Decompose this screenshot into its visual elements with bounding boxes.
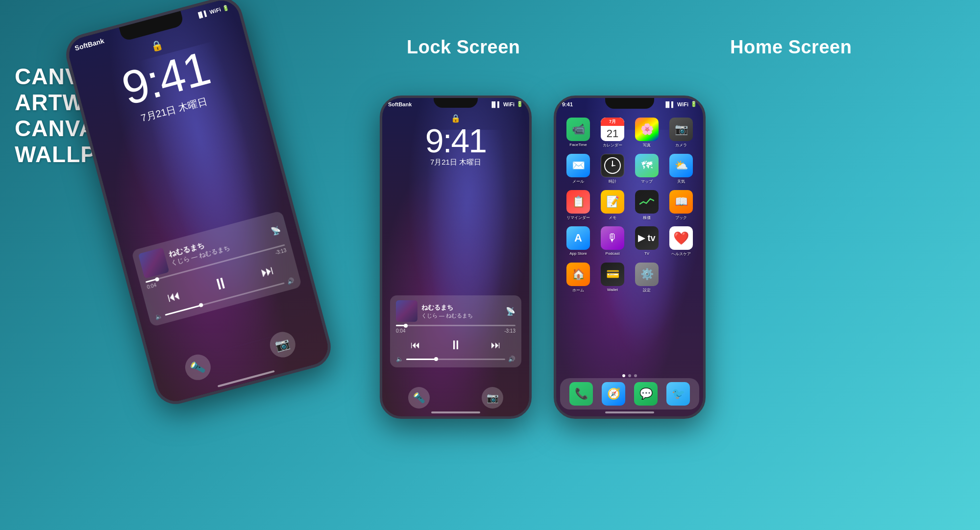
app-label-リマインダー: リマインダー — [566, 215, 590, 220]
dock-icon-Twitter[interactable]: 🐦 — [666, 382, 690, 406]
app-icon-TV[interactable]: ▶ tv — [635, 226, 659, 250]
app-icon-wrap-Podcast[interactable]: 🎙Podcast — [596, 226, 629, 257]
app-icon-設定[interactable]: ⚙️ — [635, 263, 659, 286]
airplay-icon-medium[interactable]: 📡 — [506, 307, 515, 316]
music-controls-medium: ⏮ ⏸ ⏭ — [396, 337, 515, 353]
app-icon-株価[interactable] — [635, 190, 659, 214]
status-icons-medium: ▐▌▌ WiFi 🔋 — [490, 101, 523, 107]
svg-point-3 — [612, 165, 613, 167]
app-icon-カレンダー[interactable]: 7月21 — [601, 118, 624, 141]
app-label-FaceTime: FaceTime — [569, 143, 587, 147]
music-player-medium: ねむるまち くじら — ねむるまち 📡 0:04 -3:13 ⏮ ⏸ ⏭ 🔈 — [390, 295, 521, 367]
music-times-medium: 0:04 -3:13 — [396, 328, 515, 334]
app-label-Podcast: Podcast — [606, 251, 620, 256]
app-icon-マップ[interactable]: 🗺 — [635, 154, 659, 177]
app-icon-wrap-ブック[interactable]: 📖ブック — [665, 190, 697, 220]
app-icon-ホーム[interactable]: 🏠 — [566, 263, 590, 286]
app-icon-wrap-メモ[interactable]: 📝メモ — [596, 190, 629, 220]
app-icon-wrap-リマインダー[interactable]: 📋リマインダー — [562, 190, 594, 220]
app-label-天気: 天気 — [677, 179, 685, 184]
app-icon-wrap-Wallet[interactable]: 💳Wallet — [596, 263, 629, 293]
music-title-medium: ねむるまち — [421, 303, 502, 312]
app-icon-メール[interactable]: ✉️ — [566, 154, 590, 177]
volume-row-medium: 🔈 🔊 — [396, 356, 515, 362]
app-icon-wrap-カメラ[interactable]: 📷カメラ — [665, 118, 697, 148]
app-icon-wrap-写真[interactable]: 🌸写真 — [631, 118, 663, 148]
fastforward-icon-large[interactable]: ⏭ — [259, 263, 275, 281]
app-icon-Podcast[interactable]: 🎙 — [601, 226, 624, 250]
app-icon-wrap-TV[interactable]: ▶ tvTV — [631, 226, 663, 257]
remaining-large: -3:13 — [275, 247, 287, 256]
camera-shortcut-large[interactable]: 📷 — [267, 329, 298, 361]
app-icon-wrap-ホーム[interactable]: 🏠ホーム — [562, 263, 594, 293]
remaining-medium: -3:13 — [504, 328, 515, 334]
progress-dot-medium — [404, 324, 408, 328]
lock-content-medium: 🔒 9:41 7月21日 木曜日 ねむるまち くじら — ねむるまち 📡 0:0… — [382, 98, 529, 416]
carrier-medium: SoftBank — [388, 101, 412, 107]
dock-app-電話[interactable]: 📞 — [569, 382, 593, 406]
dock-app-Safari[interactable]: 🧭 — [602, 382, 625, 406]
dock-icon-LINE[interactable]: 💬 — [634, 382, 658, 406]
app-icon-wrap-時計[interactable]: 時計 — [596, 154, 629, 184]
app-label-ヘルスケア: ヘルスケア — [671, 251, 691, 257]
app-icon-wrap-ヘルスケア[interactable]: ❤️ヘルスケア — [665, 226, 697, 257]
app-icon-カメラ[interactable]: 📷 — [669, 118, 693, 141]
flashlight-icon-medium[interactable]: 🔦 — [408, 387, 430, 409]
phone-right: 9:41 ▐▌▌ WiFi 🔋 📹FaceTime7月21カレンダー🌸写真📷カメ… — [554, 96, 706, 419]
flashlight-icon-large[interactable]: 🔦 — [182, 352, 214, 383]
fastforward-icon-medium[interactable]: ⏭ — [491, 339, 501, 351]
volume-bar-medium[interactable] — [406, 359, 505, 360]
notch-medium — [434, 98, 478, 108]
app-icon-wrap-マップ[interactable]: 🗺マップ — [631, 154, 663, 184]
pause-icon-medium[interactable]: ⏸ — [449, 337, 462, 353]
camera-shortcut-medium[interactable]: 📷 — [482, 387, 503, 409]
app-icon-App Store[interactable]: A — [566, 226, 590, 250]
notch-right — [605, 98, 654, 109]
app-label-メモ: メモ — [609, 215, 616, 220]
app-label-カレンダー: カレンダー — [603, 143, 622, 148]
lock-content-large: 🔒 9:41 7月21日 木曜日 ねむるまち くじら — ねむるまち 📡 0:0… — [65, 0, 332, 405]
app-icon-wrap-設定[interactable]: ⚙️設定 — [631, 263, 663, 293]
page-dot-3 — [634, 374, 637, 377]
app-label-マップ: マップ — [641, 179, 653, 184]
dock-app-LINE[interactable]: 💬 — [634, 382, 658, 406]
home-bar-medium[interactable] — [431, 411, 480, 413]
elapsed-large: 0:04 — [147, 282, 157, 290]
music-top-medium: ねむるまち くじら — ねむるまち 📡 — [396, 300, 515, 322]
app-icon-写真[interactable]: 🌸 — [635, 118, 659, 141]
progress-bar-medium[interactable] — [396, 325, 515, 326]
app-label-設定: 設定 — [643, 288, 651, 293]
app-icon-wrap-株価[interactable]: 株価 — [631, 190, 663, 220]
page-dots — [556, 374, 703, 377]
app-label-Wallet: Wallet — [607, 288, 618, 292]
vol-high-icon-large: 🔊 — [286, 277, 295, 285]
app-label-カメラ: カメラ — [675, 143, 687, 148]
lock-time-medium: 9:41 — [382, 121, 529, 160]
dock-icon-Safari[interactable]: 🧭 — [602, 382, 625, 406]
app-icon-時計[interactable] — [601, 154, 624, 177]
time-right: 9:41 — [562, 101, 573, 107]
app-icon-メモ[interactable]: 📝 — [601, 190, 624, 214]
app-icon-wrap-メール[interactable]: ✉️メール — [562, 154, 594, 184]
dock-app-Twitter[interactable]: 🐦 — [666, 382, 690, 406]
app-icon-天気[interactable]: ⛅ — [669, 154, 693, 177]
app-icon-wrap-天気[interactable]: ⛅天気 — [665, 154, 697, 184]
airplay-icon-large[interactable]: 📡 — [270, 224, 282, 236]
app-icon-ブック[interactable]: 📖 — [669, 190, 693, 214]
app-icon-wrap-FaceTime[interactable]: 📹FaceTime — [562, 118, 594, 148]
app-icon-ヘルスケア[interactable]: ❤️ — [669, 226, 693, 250]
dock-icon-電話[interactable]: 📞 — [569, 382, 593, 406]
app-icon-wrap-App Store[interactable]: AApp Store — [562, 226, 594, 257]
music-art-large — [138, 247, 170, 279]
app-icon-FaceTime[interactable]: 📹 — [566, 118, 590, 141]
app-icon-Wallet[interactable]: 💳 — [601, 263, 624, 286]
app-icon-wrap-カレンダー[interactable]: 7月21カレンダー — [596, 118, 629, 148]
phone-medium: SoftBank ▐▌▌ WiFi 🔋 🔒 9:41 7月21日 木曜日 ねむる… — [380, 96, 532, 419]
pause-icon-large[interactable]: ⏸ — [211, 273, 230, 295]
rewind-icon-medium[interactable]: ⏮ — [411, 339, 420, 351]
rewind-icon-large[interactable]: ⏮ — [166, 288, 182, 306]
app-label-ブック: ブック — [675, 215, 687, 220]
app-label-株価: 株価 — [643, 215, 651, 220]
app-icon-リマインダー[interactable]: 📋 — [566, 190, 590, 214]
home-bar-right[interactable] — [605, 411, 654, 413]
